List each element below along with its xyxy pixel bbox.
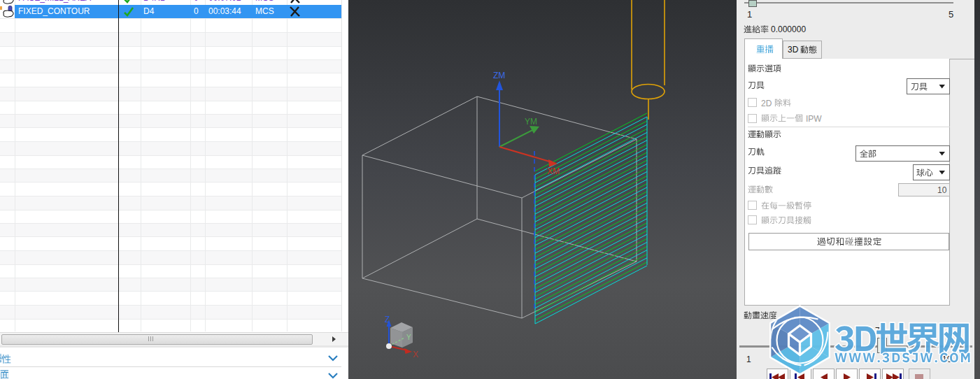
svg-text:Y: Y bbox=[406, 334, 411, 341]
svg-text:X: X bbox=[413, 350, 418, 359]
svg-text:YM: YM bbox=[525, 117, 537, 127]
svg-text:XM: XM bbox=[547, 166, 560, 176]
svg-text:ZM: ZM bbox=[493, 71, 505, 80]
svg-text:Z: Z bbox=[385, 315, 390, 324]
